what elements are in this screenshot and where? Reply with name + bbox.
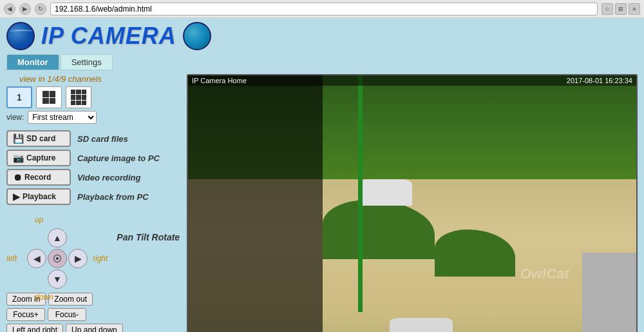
browser-chrome: ◀ ▶ ↻ ☆ ⊞ ≡ [0,0,644,18]
browser-actions: ☆ ⊞ ≡ [601,3,640,15]
pan-row: Left and right Up and down [6,324,180,332]
ptz-section: up left ▲ ◀ ⦿ ▶ [6,213,180,284]
logo-globe-left [6,22,35,50]
url-bar[interactable] [50,3,598,15]
capture-row: 📷 Capture Capture image to PC [6,150,180,166]
ptz-up-label: up [35,215,43,224]
stream-row: view: First stream Second stream [6,111,180,124]
tab-settings[interactable]: Settings [61,54,113,70]
left-right-button[interactable]: Left and right [6,324,63,332]
grid-4-icon [43,91,55,104]
ptz-up-btn[interactable]: ▲ [48,228,67,248]
ptz-title: Pan Tilt Rotate [117,232,180,242]
scene-car1 [358,179,412,206]
record-button[interactable]: ⏺ Record [6,169,71,186]
ptz-grid: ▲ ◀ ⦿ ▶ ▼ [27,228,89,289]
camera-header-right: 2017-08-01 16:23:34 [567,77,632,84]
stream-select[interactable]: First stream Second stream [28,111,97,124]
up-down-button[interactable]: Up and down [66,324,123,332]
capture-desc: Capture image to PC [77,153,160,163]
channel-1-btn[interactable]: 1 [6,86,32,108]
nav-tabs: Monitor Settings [0,54,644,70]
playback-button[interactable]: ▶ Playback [6,188,71,205]
view-controls: view in 1/4/9 channels 1 [6,74,180,124]
action-buttons: 💾 SD card SD card files 📷 Capture Captur… [6,130,180,205]
camera-header-bar: IP Camera Home 2017-08-01 16:23:34 [188,75,636,86]
playback-row: ▶ Playback Playback from PC [6,188,180,205]
left-panel: view in 1/4/9 channels 1 [6,74,180,332]
sd-card-icon: 💾 [13,133,24,144]
ptz-right-btn[interactable]: ▶ [68,249,88,268]
focus-minus-button[interactable]: Focus- [48,308,86,321]
capture-button[interactable]: 📷 Capture [6,150,71,166]
record-icon: ⏺ [13,172,22,182]
focus-row: Focus+ Focus- [6,308,180,321]
app-header: IP CAMERA [0,18,644,54]
stream-label: view: [6,113,24,122]
scene-shadow [188,75,323,332]
sd-card-row: 💾 SD card SD card files [6,130,180,147]
camera-header-left: IP Camera Home [192,77,247,84]
grid-9-icon [71,90,86,105]
scene-car2 [390,318,452,332]
ptz-empty-bl [27,269,46,289]
back-button[interactable]: ◀ [4,3,15,15]
bookmark-icon[interactable]: ⊞ [615,3,627,15]
tab-monitor[interactable]: Monitor [6,54,59,70]
scene-building [582,253,636,332]
ptz-right-label: right [93,254,108,263]
ptz-center-btn[interactable]: ⦿ [48,249,67,268]
channel-buttons: 1 [6,86,180,108]
record-row: ⏺ Record Video recording [6,169,180,186]
focus-plus-button[interactable]: Focus+ [6,308,45,321]
logo-globe-right [183,22,211,50]
ptz-empty-tl [27,228,46,248]
ptz-down-btn[interactable]: ▼ [48,269,67,289]
reload-button[interactable]: ↻ [35,3,46,15]
sd-card-button[interactable]: 💾 SD card [6,130,71,147]
ptz-down-label: down [35,293,53,302]
playback-desc: Playback from PC [77,192,149,202]
capture-icon: 📷 [13,153,24,163]
content-area: view in 1/4/9 channels 1 [0,70,644,332]
app-title: IP CAMERA [41,23,176,50]
app-container: IP CAMERA Monitor Settings view in 1/4/9… [0,18,644,332]
camera-feed: OwlCat IP Camera Home 2017-08-01 16:23:3… [187,74,638,332]
star-icon[interactable]: ☆ [601,3,613,15]
ptz-left-label: left [6,254,17,263]
ptz-left-btn[interactable]: ◀ [27,249,46,268]
view-label: view in 1/4/9 channels [19,74,180,84]
ptz-empty-br [68,269,88,289]
scene-pole [358,75,363,312]
camera-image: OwlCat IP Camera Home 2017-08-01 16:23:3… [188,75,636,332]
forward-button[interactable]: ▶ [19,3,31,15]
channel-9-btn[interactable] [66,86,91,108]
menu-icon[interactable]: ≡ [629,3,640,15]
record-desc: Video recording [77,173,140,182]
ptz-empty-tr [68,228,88,248]
camera-watermark: OwlCat [520,266,569,282]
sd-card-desc: SD card files [77,134,128,144]
channel-4-btn[interactable] [36,86,62,108]
playback-icon: ▶ [13,191,20,202]
